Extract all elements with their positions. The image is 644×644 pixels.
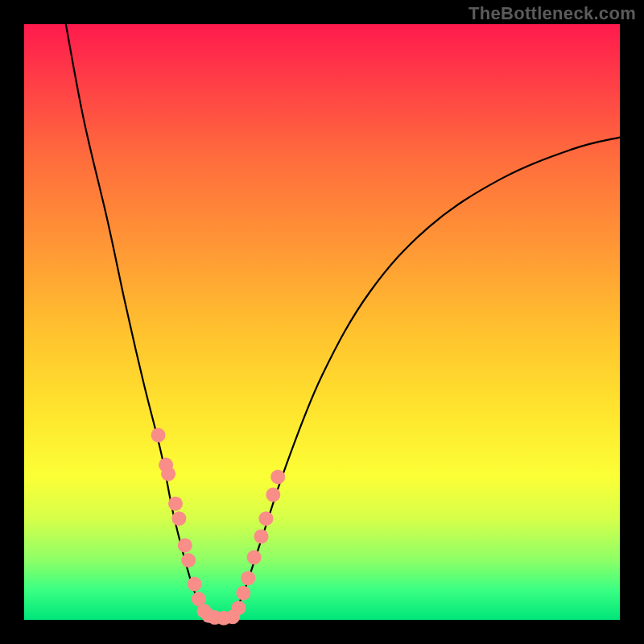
- marker-dot: [181, 553, 196, 568]
- marker-dot: [231, 601, 246, 615]
- marker-dot: [236, 586, 250, 601]
- marker-dot: [171, 511, 186, 526]
- marker-dot: [178, 539, 192, 553]
- marker-dot: [168, 497, 183, 511]
- curve-svg: [24, 24, 620, 620]
- marker-dot: [266, 488, 280, 502]
- marker-dot: [270, 469, 285, 484]
- marker-dot: [151, 428, 166, 443]
- outer-frame: TheBottleneck.com: [0, 0, 644, 644]
- marker-dot: [247, 550, 262, 564]
- marker-dot: [188, 577, 202, 592]
- marker-dot: [161, 467, 175, 481]
- marker-dot: [241, 571, 255, 585]
- marker-dot: [258, 511, 273, 526]
- watermark-text: TheBottleneck.com: [469, 3, 636, 24]
- marker-dot: [254, 529, 269, 543]
- curve-line: [66, 24, 620, 619]
- plot-area: [24, 24, 620, 620]
